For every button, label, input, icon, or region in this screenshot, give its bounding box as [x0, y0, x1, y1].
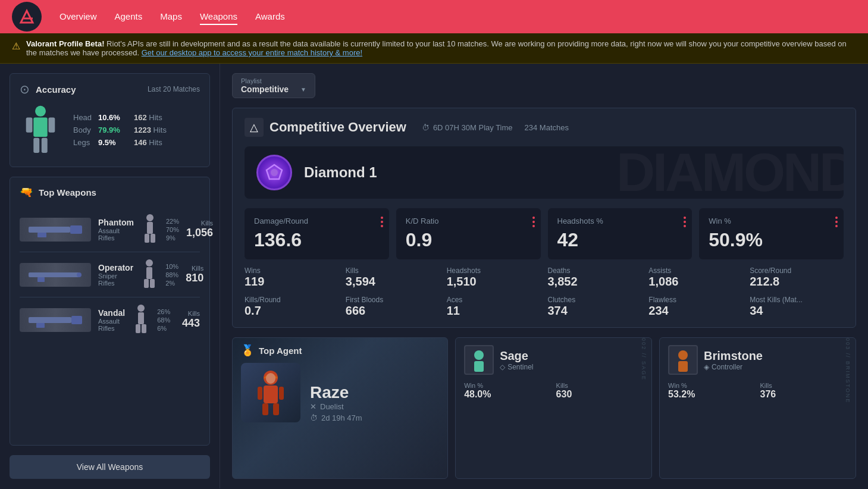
svg-rect-20	[144, 279, 149, 288]
svg-rect-28	[142, 324, 146, 333]
stat-clutches: Clutches 374	[547, 296, 641, 318]
svg-rect-24	[36, 323, 45, 328]
weapon-name-operator: Operator	[98, 263, 133, 272]
sage-thumbnail	[464, 345, 494, 375]
banner-link[interactable]: Get our desktop app to access your entir…	[142, 48, 362, 57]
agent-name-raze: Raze	[310, 383, 362, 402]
brimstone-card-number: 003 // BRIMSTONE	[845, 338, 851, 478]
svg-rect-16	[37, 277, 45, 282]
body-label: Body	[73, 126, 92, 134]
svg-point-17	[77, 272, 82, 277]
brimstone-thumbnail	[668, 345, 698, 375]
svg-rect-5	[42, 138, 48, 153]
clock-icon: ⏱	[422, 123, 430, 132]
playlist-value: Competitive ▼	[241, 84, 306, 94]
overview-title: Competitive Overview	[270, 120, 406, 135]
accuracy-body-row: Body 79.9% 1223 Hits	[73, 126, 200, 134]
svg-rect-14	[151, 234, 155, 243]
weapon-kills-vandal: Kills 443	[182, 310, 200, 330]
nav-logo	[12, 2, 42, 32]
stat-value-damage: 136.6	[254, 229, 380, 251]
nav-agents[interactable]: Agents	[115, 9, 143, 25]
svg-rect-32	[264, 385, 278, 403]
weapon-figure-vandal	[132, 303, 150, 336]
nav-weapons[interactable]: Weapons	[200, 9, 237, 25]
agent-role-brimstone: ◈ Controller	[704, 363, 763, 371]
weapon-name-vandal: Vandal	[98, 308, 125, 318]
svg-point-40	[678, 350, 688, 360]
view-all-weapons-button[interactable]: View All Weapons	[10, 455, 210, 479]
svg-point-25	[137, 305, 145, 312]
playlist-label: Playlist	[241, 77, 306, 84]
nav-overview[interactable]: Overview	[59, 9, 97, 25]
weapon-info-phantom: Phantom Assault Rifles	[98, 218, 134, 242]
svg-rect-21	[150, 279, 155, 288]
rank-bg-text: DIAMOND	[616, 146, 844, 199]
weapon-figure-phantom	[141, 213, 159, 246]
crosshair-icon: ✕	[310, 402, 317, 411]
agent-avatar-raze	[241, 363, 300, 422]
agent-stat-card-brimstone: 003 // BRIMSTONE Brimstone ◈ Controller	[659, 337, 856, 479]
overview-icon: △	[245, 118, 264, 137]
stat-first-bloods: First Bloods 666	[346, 296, 440, 318]
svg-rect-8	[29, 227, 70, 233]
weapon-type-phantom: Assault Rifles	[98, 227, 134, 242]
weapon-accuracy-vandal: 26% 68% 6%	[157, 308, 175, 332]
stat-menu-kd[interactable]	[532, 217, 535, 227]
stat-menu-headshots[interactable]	[684, 217, 686, 227]
controller-icon: ◈	[704, 363, 709, 371]
nav-awards[interactable]: Awards	[255, 9, 285, 25]
head-hits: 162 Hits	[134, 113, 170, 122]
top-agent-title: Top Agent	[259, 346, 302, 356]
weapons-icon: 🔫	[20, 186, 33, 199]
head-pct: 10.6%	[98, 113, 128, 122]
svg-point-30	[271, 169, 278, 176]
playlist-dropdown[interactable]: Playlist Competitive ▼	[232, 73, 315, 98]
stat-damage-round: Damage/Round 136.6	[245, 208, 389, 259]
stat-score-round: Score/Round 212.8	[750, 267, 844, 289]
overview-meta: ⏱ 6D 07H 30M Play Time 234 Matches	[422, 123, 569, 132]
svg-point-11	[146, 214, 153, 221]
svg-rect-3	[33, 118, 47, 137]
stat-value-win: 50.9%	[709, 229, 834, 251]
legs-pct: 9.5%	[98, 138, 128, 147]
weapon-img-phantom	[20, 218, 91, 242]
weapon-accuracy-phantom: 22% 70% 9%	[166, 218, 179, 242]
agent-name-sage: Sage	[500, 349, 533, 363]
stat-menu-win[interactable]	[835, 217, 838, 227]
nav-links: Overview Agents Maps Weapons Awards	[59, 9, 285, 25]
svg-rect-39	[474, 361, 484, 372]
accuracy-header: ⊙ Accuracy Last 20 Matches	[20, 82, 200, 96]
stats-grid-top: Damage/Round 136.6 K/D Ratio 0.9 Headsho…	[245, 208, 844, 259]
stats-grid-low: Kills/Round 0.7 First Bloods 666 Aces 11…	[245, 296, 844, 318]
top-agent-badge-icon: 🏅	[241, 344, 254, 357]
stat-menu-damage[interactable]	[381, 217, 383, 227]
rank-section: DIAMOND Diamond 1	[245, 146, 844, 199]
agent-info-raze: Raze ✕ Duelist ⏱ 2d 19h 47m	[310, 383, 362, 422]
player-figure	[20, 105, 61, 158]
svg-rect-34	[279, 387, 284, 400]
head-label: Head	[73, 113, 92, 122]
svg-rect-33	[258, 387, 262, 400]
accuracy-body: Head 10.6% 162 Hits Body 79.9% 1223 Hits…	[20, 105, 200, 158]
sentinel-icon: ◇	[500, 363, 505, 371]
svg-rect-27	[136, 324, 140, 333]
svg-rect-26	[138, 312, 144, 324]
svg-marker-0	[21, 11, 33, 23]
stat-assists: Assists 1,086	[648, 267, 742, 289]
stat-label-win: Win %	[709, 217, 834, 225]
stat-win-pct: Win % 50.9%	[699, 208, 844, 259]
bottom-section: 🏅 Top Agent	[232, 337, 856, 479]
stat-label-kd: K/D Ratio	[406, 217, 531, 225]
accuracy-legs-row: Legs 9.5% 146 Hits	[73, 138, 200, 147]
rank-badge	[256, 155, 292, 190]
legs-label: Legs	[73, 138, 92, 147]
svg-rect-9	[70, 225, 82, 234]
nav-maps[interactable]: Maps	[160, 9, 182, 25]
stat-kd-ratio: K/D Ratio 0.9	[396, 208, 541, 259]
accuracy-stats: Head 10.6% 162 Hits Body 79.9% 1223 Hits…	[73, 113, 200, 151]
brimstone-stats: Win % 53.2% Kills 376	[668, 382, 847, 400]
svg-point-18	[146, 259, 153, 267]
svg-point-2	[35, 106, 46, 117]
weapon-info-vandal: Vandal Assault Rifles	[98, 308, 125, 332]
